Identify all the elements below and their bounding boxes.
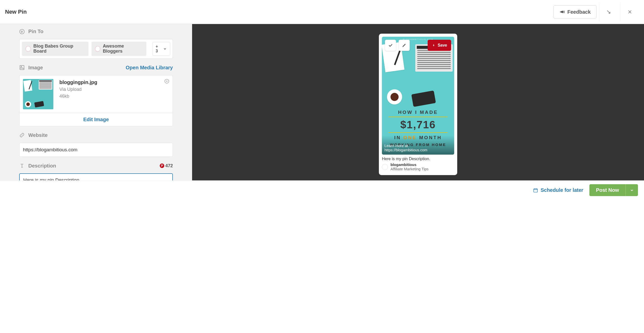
form-panel: Pin To Blog Babes Group Board Awesome Bl… [0,24,192,180]
post-now-dropdown[interactable] [626,184,638,196]
svg-rect-1 [20,66,24,70]
pin-text-line2: $1,716 [382,119,454,131]
image-size: 46kb [59,94,97,99]
preview-check-button[interactable] [385,40,396,51]
board-chip[interactable]: Awesome Bloggers [91,42,146,56]
pin-text-line1: HOW I MADE [382,110,454,115]
pinterest-badge-icon: P [160,163,164,168]
schedule-for-later-button[interactable]: Schedule for later [533,187,583,193]
description-label: Description [28,163,56,169]
minimize-button[interactable] [599,3,618,21]
check-icon [388,43,393,48]
description-count: P 472 [160,163,173,169]
website-input[interactable] [19,143,173,157]
author-avatar [382,164,388,170]
image-label: Image [28,65,43,71]
svg-point-0 [20,29,24,34]
megaphone-icon [559,9,565,15]
image-thumbnail[interactable] [23,79,53,109]
description-input[interactable]: Here is my pin Description. [19,173,173,180]
author-board: Affiliate Marketing Tips [390,167,429,171]
website-label: Website [28,132,48,138]
pin-learn-more-overlay: Learn more at https://blogambitious.com [382,136,454,155]
svg-point-2 [21,66,22,67]
close-icon [166,80,168,82]
page-title: New Pin [5,9,27,15]
svg-rect-3 [534,189,537,192]
board-chip[interactable]: Blog Babes Group Board [22,42,88,56]
section-website: Website [19,132,48,138]
more-boards-button[interactable]: + 3 [152,42,170,56]
schedule-label: Schedule for later [541,187,583,193]
chevron-down-icon [163,47,167,51]
pin-preview-card: Save BLOGAMBITIOUS.COM HOW I MADE $1,716… [379,34,457,175]
post-now-button[interactable]: Post Now [589,184,626,196]
pin-icon [432,43,436,47]
pin-author-row: blogambitious Affiliate Marketing Tips [382,163,454,172]
preview-save-button[interactable]: Save [428,40,451,51]
close-button[interactable] [620,3,639,21]
remove-image-button[interactable] [165,79,169,84]
save-label: Save [438,43,447,48]
more-boards-count: + 3 [156,44,161,53]
pin-preview-description: Here is my pin Description. [382,155,454,163]
image-icon [19,65,25,70]
board-avatar [95,46,100,52]
section-image: Image [19,65,43,71]
pencil-icon [402,43,406,48]
pin-preview-image: Save BLOGAMBITIOUS.COM HOW I MADE $1,716… [382,37,454,155]
board-chip-label: Awesome Bloggers [103,44,143,54]
section-pin-to: Pin To [19,29,43,34]
edit-image-button[interactable]: Edit Image [19,113,173,126]
chevron-down-icon [630,188,634,192]
board-selector[interactable]: Blog Babes Group Board Awesome Bloggers … [19,39,173,59]
pin-to-label: Pin To [28,29,43,34]
preview-panel: Save BLOGAMBITIOUS.COM HOW I MADE $1,716… [192,24,644,180]
preview-edit-button[interactable] [399,40,410,51]
board-chip-label: Blog Babes Group Board [33,44,85,54]
board-avatar [26,46,31,52]
author-name: blogambitious [390,163,429,167]
open-media-library-button[interactable]: Open Media Library [126,65,173,71]
feedback-label: Feedback [567,9,591,15]
image-card: bloggingpin.jpg Via Upload 46kb [19,75,173,113]
pinterest-icon [19,29,25,34]
text-icon [19,163,25,169]
calendar-icon [533,188,538,193]
feedback-button[interactable]: Feedback [554,5,596,18]
link-icon [19,132,25,138]
description-count-value: 472 [165,163,173,169]
image-source: Via Upload [59,87,97,92]
image-filename: bloggingpin.jpg [59,79,97,85]
section-description: Description [19,163,56,169]
